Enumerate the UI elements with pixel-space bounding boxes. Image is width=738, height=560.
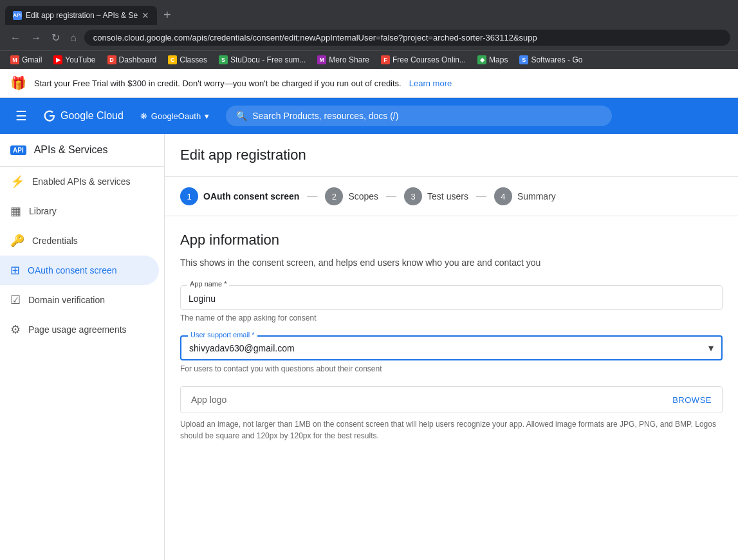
bookmark-gmail[interactable]: MGmail <box>5 53 47 66</box>
bookmark-favicon-maps: ◆ <box>477 55 486 64</box>
project-dropdown-icon: ▾ <box>205 111 209 121</box>
bookmark-favicon-studocu: S <box>219 55 228 64</box>
bookmark-label-youtube: YouTube <box>65 55 95 64</box>
bookmark-label-maps: Maps <box>489 55 508 64</box>
bookmark-meroshare[interactable]: MMero Share <box>312 53 374 66</box>
back-button[interactable]: ← <box>8 30 23 46</box>
app-layout: API APIs & Services ⚡Enabled APIs & serv… <box>0 134 738 560</box>
sidebar-label-library: Library <box>29 206 57 216</box>
step-1: 1 OAuth consent screen <box>180 187 299 205</box>
sidebar-icon-page-usage: ⚙ <box>10 322 21 337</box>
bookmark-maps[interactable]: ◆Maps <box>472 53 513 66</box>
search-bar[interactable]: 🔍 Search Products, resources, docs (/) <box>226 106 612 126</box>
sidebar-item-oauth-consent[interactable]: ⊞OAuth consent screen <box>0 256 159 285</box>
learn-more-link[interactable]: Learn more <box>409 79 452 88</box>
bookmark-label-studocu: StuDocu - Free sum... <box>230 55 306 64</box>
content-area: Edit app registration 1 OAuth consent sc… <box>165 134 738 560</box>
app-logo-field: App logo BROWSE Upload an image, not lar… <box>180 386 723 442</box>
sidebar-header: API APIs & Services <box>0 134 164 167</box>
bookmark-studocu[interactable]: SStuDocu - Free sum... <box>214 53 311 66</box>
bookmark-label-dashboard: Dashboard <box>119 55 157 64</box>
step-4: 4 Summary <box>494 187 556 205</box>
sidebar: API APIs & Services ⚡Enabled APIs & serv… <box>0 134 165 560</box>
user-support-email-wrapper[interactable]: User support email * shivyadav630@gmail.… <box>180 335 723 360</box>
top-nav: ☰ Google Cloud ❋ GoogleOauth ▾ 🔍 Search … <box>0 98 738 134</box>
app-name-hint: The name of the app asking for consent <box>180 313 723 322</box>
new-tab-button[interactable]: + <box>158 5 176 25</box>
address-input[interactable] <box>84 30 730 46</box>
tab-bar: API Edit app registration – APIs & Se ✕ … <box>0 0 738 25</box>
app-logo-label: App logo <box>191 395 226 405</box>
project-name: GoogleOauth <box>151 111 201 121</box>
step-1-circle: 1 <box>180 187 198 205</box>
dropdown-arrow-icon: ▾ <box>708 342 714 354</box>
sidebar-label-domain-verification: Domain verification <box>28 295 105 305</box>
step-2-label: Scopes <box>348 191 378 201</box>
sidebar-item-enabled-apis[interactable]: ⚡Enabled APIs & services <box>0 167 159 196</box>
bookmark-label-freecourses: Free Courses Onlin... <box>392 55 466 64</box>
bookmark-favicon-meroshare: M <box>317 55 326 64</box>
step-2: 2 Scopes <box>325 187 378 205</box>
user-support-email-label: User support email * <box>188 331 257 339</box>
stepper: 1 OAuth consent screen — 2 Scopes — 3 T <box>165 177 738 216</box>
google-cloud-text: Google Cloud <box>60 110 124 122</box>
bookmark-label-gmail: Gmail <box>22 55 42 64</box>
sidebar-item-domain-verification[interactable]: ☑Domain verification <box>0 285 159 315</box>
step-2-circle: 2 <box>325 187 343 205</box>
form-content: App information This shows in the consen… <box>165 216 738 470</box>
bookmark-classes[interactable]: CClasses <box>163 53 212 66</box>
google-cloud-logo: Google Cloud <box>42 109 124 123</box>
project-selector[interactable]: ❋ GoogleOauth ▾ <box>134 107 216 125</box>
user-support-email-field: User support email * shivyadav630@gmail.… <box>180 335 723 373</box>
main-content: API APIs & Services ⚡Enabled APIs & serv… <box>0 134 738 560</box>
step-4-label: Summary <box>517 191 556 201</box>
section-desc: This shows in the consent screen, and he… <box>180 256 723 270</box>
bookmark-favicon-dashboard: D <box>107 55 116 64</box>
step-3-circle: 3 <box>404 187 422 205</box>
step-4-circle: 4 <box>494 187 512 205</box>
bookmark-favicon-gmail: M <box>10 55 19 64</box>
step-1-label: OAuth consent screen <box>203 191 299 201</box>
trial-banner: 🎁 Start your Free Trial with $300 in cre… <box>0 69 738 98</box>
sidebar-icon-domain-verification: ☑ <box>10 293 21 307</box>
step-3-label: Test users <box>427 191 468 201</box>
api-badge: API <box>10 145 26 155</box>
app-name-wrapper: App name * <box>180 285 723 310</box>
app-name-input[interactable] <box>189 291 714 304</box>
bookmark-favicon-classes: C <box>168 55 177 64</box>
browse-button[interactable]: BROWSE <box>672 395 712 405</box>
address-bar: ← → ↻ ⌂ <box>0 25 738 50</box>
bookmark-freecourses[interactable]: FFree Courses Onlin... <box>376 53 471 66</box>
tab-favicon: API <box>13 11 22 20</box>
refresh-button[interactable]: ↻ <box>49 29 62 46</box>
bookmark-label-classes: Classes <box>180 55 207 64</box>
step-separator-3: — <box>476 191 486 202</box>
sidebar-label-oauth-consent: OAuth consent screen <box>28 265 117 275</box>
hamburger-menu[interactable]: ☰ <box>10 103 32 129</box>
step-separator-1: — <box>307 191 317 202</box>
bookmark-youtube[interactable]: ▶YouTube <box>48 53 100 66</box>
search-icon: 🔍 <box>236 111 247 121</box>
sidebar-icon-credentials: 🔑 <box>10 234 24 248</box>
google-logo-icon <box>42 109 57 123</box>
sidebar-item-credentials[interactable]: 🔑Credentials <box>0 226 159 256</box>
browser-chrome: API Edit app registration – APIs & Se ✕ … <box>0 0 738 69</box>
sidebar-item-library[interactable]: ▦Library <box>0 196 159 226</box>
home-button[interactable]: ⌂ <box>68 30 79 46</box>
tab-title: Edit app registration – APIs & Se <box>26 11 138 20</box>
active-tab[interactable]: API Edit app registration – APIs & Se ✕ <box>5 6 157 25</box>
forward-button[interactable]: → <box>28 30 44 46</box>
bookmark-favicon-youtube: ▶ <box>53 55 62 64</box>
bookmark-favicon-freecourses: F <box>381 55 390 64</box>
sidebar-icon-enabled-apis: ⚡ <box>10 174 24 189</box>
bookmark-softwares[interactable]: SSoftwares - Go <box>514 53 587 66</box>
app-name-field: App name * The name of the app asking fo… <box>180 285 723 322</box>
sidebar-label-enabled-apis: Enabled APIs & services <box>32 176 131 187</box>
tab-close-button[interactable]: ✕ <box>142 10 149 21</box>
sidebar-item-page-usage[interactable]: ⚙Page usage agreements <box>0 315 159 344</box>
step-3: 3 Test users <box>404 187 468 205</box>
section-title: App information <box>180 232 723 248</box>
sidebar-icon-oauth-consent: ⊞ <box>10 263 20 277</box>
sidebar-icon-library: ▦ <box>10 204 21 218</box>
bookmark-dashboard[interactable]: DDashboard <box>102 53 162 66</box>
